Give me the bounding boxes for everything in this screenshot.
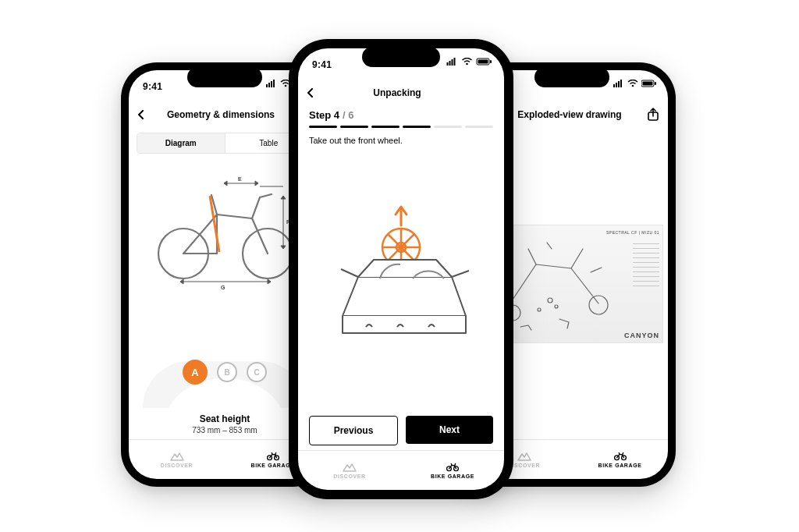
- page-title: Exploded-view drawing: [498, 109, 641, 120]
- svg-rect-2: [271, 81, 272, 87]
- brand-label: CANYON: [624, 332, 659, 339]
- segment-diagram[interactable]: Diagram: [137, 133, 225, 153]
- tab-discover-label: DISCOVER: [161, 463, 193, 468]
- header: Unpacking: [298, 80, 504, 106]
- wifi-icon: [461, 58, 473, 66]
- svg-rect-17: [618, 81, 620, 87]
- svg-rect-1: [268, 83, 270, 87]
- svg-rect-32: [449, 61, 451, 66]
- status-icons: [613, 80, 657, 87]
- signal-icon: [446, 58, 458, 66]
- share-icon[interactable]: [646, 108, 660, 122]
- page-title: Geometry & dimensions: [151, 109, 291, 120]
- back-icon[interactable]: [306, 88, 315, 98]
- svg-rect-15: [613, 84, 615, 87]
- unpacking-illustration: [319, 199, 483, 355]
- status-icons: [446, 58, 493, 66]
- svg-point-4: [285, 85, 287, 87]
- svg-rect-16: [616, 83, 617, 87]
- bike-icon: [613, 452, 627, 461]
- mountain-icon: [170, 452, 184, 461]
- battery-icon: [641, 80, 657, 87]
- tab-discover[interactable]: DISCOVER: [129, 440, 225, 479]
- previous-button[interactable]: Previous: [309, 416, 398, 445]
- phone-unpacking: 9:41 Unpacking Step 4 / 6: [289, 39, 513, 499]
- svg-rect-22: [655, 82, 656, 85]
- bike-diagram: E F G: [143, 160, 307, 293]
- svg-rect-18: [620, 80, 622, 87]
- svg-rect-33: [452, 59, 453, 66]
- stage: 9:41 Geometry & dimensions Diagram Table: [0, 0, 799, 532]
- svg-point-19: [632, 85, 634, 87]
- bike-icon: [266, 452, 280, 461]
- battery-icon: [476, 58, 493, 66]
- instruction-text: Take out the front wheel.: [298, 128, 504, 145]
- dimension-dots: A B C: [183, 360, 267, 385]
- status-time: 9:41: [312, 59, 332, 70]
- screen-unpacking: 9:41 Unpacking Step 4 / 6: [298, 48, 504, 490]
- svg-rect-37: [478, 60, 488, 64]
- svg-point-28: [538, 308, 541, 311]
- step-indicator: Step 4 / 6: [298, 106, 504, 121]
- status-time: 9:41: [143, 81, 162, 92]
- signal-icon: [266, 80, 277, 87]
- mountain-icon: [517, 452, 531, 461]
- tab-bar: DISCOVER BIKE GARAGE: [298, 450, 504, 490]
- svg-point-26: [548, 298, 552, 303]
- illustration-area: [298, 145, 504, 408]
- svg-point-25: [589, 296, 608, 314]
- dot-b[interactable]: B: [217, 362, 237, 382]
- svg-text:E: E: [238, 176, 242, 182]
- tab-bike-garage[interactable]: BIKE GARAGE: [401, 451, 504, 490]
- parts-table: [633, 239, 659, 286]
- progress-bar: [298, 121, 504, 128]
- svg-rect-3: [273, 80, 275, 87]
- dot-c[interactable]: C: [247, 362, 267, 382]
- back-icon[interactable]: [137, 110, 146, 119]
- tab-garage-label: BIKE GARAGE: [598, 463, 642, 468]
- step-total: / 6: [343, 109, 353, 121]
- page-title: Unpacking: [320, 87, 474, 98]
- svg-rect-34: [454, 58, 456, 66]
- notch: [534, 67, 609, 87]
- svg-rect-31: [447, 62, 449, 66]
- notch: [187, 67, 262, 87]
- mountain-icon: [343, 463, 357, 472]
- next-button[interactable]: Next: [406, 416, 493, 444]
- svg-rect-0: [266, 84, 268, 87]
- wifi-icon: [627, 80, 638, 87]
- svg-rect-21: [643, 82, 653, 86]
- svg-text:G: G: [221, 285, 225, 290]
- dynamic-island: [362, 47, 440, 67]
- tab-garage-label: BIKE GARAGE: [251, 463, 295, 468]
- dot-a[interactable]: A: [183, 360, 208, 385]
- signal-icon: [613, 80, 624, 87]
- segmented-control: Diagram Table: [137, 133, 313, 154]
- svg-point-35: [466, 63, 468, 66]
- model-label: SPECTRAL CF | MIZU 01: [606, 230, 659, 235]
- tab-discover[interactable]: DISCOVER: [298, 451, 401, 490]
- tab-bike-garage[interactable]: BIKE GARAGE: [572, 440, 668, 479]
- step-nav: Previous Next: [298, 408, 504, 450]
- svg-rect-38: [490, 60, 492, 63]
- step-current: Step 4: [309, 109, 339, 121]
- tab-garage-label: BIKE GARAGE: [431, 473, 474, 479]
- svg-point-27: [555, 305, 558, 308]
- bike-icon: [446, 463, 460, 472]
- tab-discover-label: DISCOVER: [333, 473, 365, 479]
